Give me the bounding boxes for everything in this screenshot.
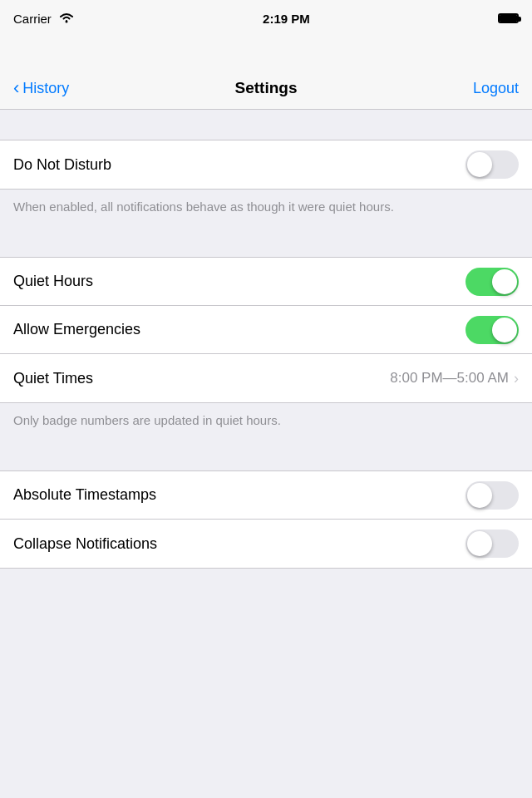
quiet-hours-note: Only badge numbers are updated in quiet … <box>0 403 532 441</box>
status-bar: Carrier 2:19 PM <box>0 0 532 37</box>
collapse-notifications-row: Collapse Notifications <box>0 520 532 568</box>
allow-emergencies-toggle[interactable] <box>466 316 519 344</box>
do-not-disturb-section: Do Not Disturb <box>0 140 532 190</box>
absolute-timestamps-label: Absolute Timestamps <box>13 486 156 504</box>
battery-icon <box>498 13 519 23</box>
do-not-disturb-note: When enabled, all notifications behave a… <box>0 190 532 227</box>
toggle-thumb <box>467 152 492 177</box>
nav-title: Settings <box>235 79 298 97</box>
back-label: History <box>22 80 69 97</box>
allow-emergencies-row: Allow Emergencies <box>0 306 532 354</box>
toggle-thumb <box>467 483 492 508</box>
back-button[interactable]: ‹ History <box>13 79 69 97</box>
timestamps-section: Absolute Timestamps Collapse Notificatio… <box>0 470 532 569</box>
quiet-times-row[interactable]: Quiet Times 8:00 PM—5:00 AM › <box>0 354 532 402</box>
section-gap-3 <box>0 441 532 470</box>
do-not-disturb-toggle[interactable] <box>466 150 519 179</box>
svg-point-0 <box>65 21 67 23</box>
allow-emergencies-label: Allow Emergencies <box>13 321 140 338</box>
quiet-hours-toggle[interactable] <box>466 268 519 296</box>
logout-button[interactable]: Logout <box>473 80 519 97</box>
toggle-thumb <box>492 269 517 294</box>
quiet-times-range: 8:00 PM—5:00 AM <box>390 370 509 387</box>
section-gap-1 <box>0 110 532 140</box>
do-not-disturb-label: Do Not Disturb <box>13 156 111 174</box>
nav-bar: ‹ History Settings Logout <box>0 37 532 110</box>
absolute-timestamps-row: Absolute Timestamps <box>0 471 532 520</box>
quiet-hours-row: Quiet Hours <box>0 258 532 306</box>
back-chevron-icon: ‹ <box>13 79 19 97</box>
status-bar-left: Carrier <box>13 11 75 26</box>
do-not-disturb-row: Do Not Disturb <box>0 140 532 189</box>
quiet-times-value: 8:00 PM—5:00 AM › <box>390 370 519 387</box>
status-bar-time: 2:19 PM <box>263 12 310 26</box>
toggle-thumb <box>467 531 492 556</box>
chevron-right-icon: › <box>514 370 519 387</box>
wifi-icon <box>58 11 75 26</box>
carrier-label: Carrier <box>13 12 52 26</box>
collapse-notifications-toggle[interactable] <box>466 530 519 558</box>
quiet-times-label: Quiet Times <box>13 370 93 387</box>
toggle-thumb <box>492 318 517 342</box>
collapse-notifications-label: Collapse Notifications <box>13 535 157 553</box>
absolute-timestamps-toggle[interactable] <box>466 481 519 510</box>
status-bar-right <box>498 13 519 23</box>
section-gap-2 <box>0 227 532 257</box>
quiet-hours-section: Quiet Hours Allow Emergencies Quiet Time… <box>0 257 532 403</box>
quiet-hours-label: Quiet Hours <box>13 273 93 290</box>
